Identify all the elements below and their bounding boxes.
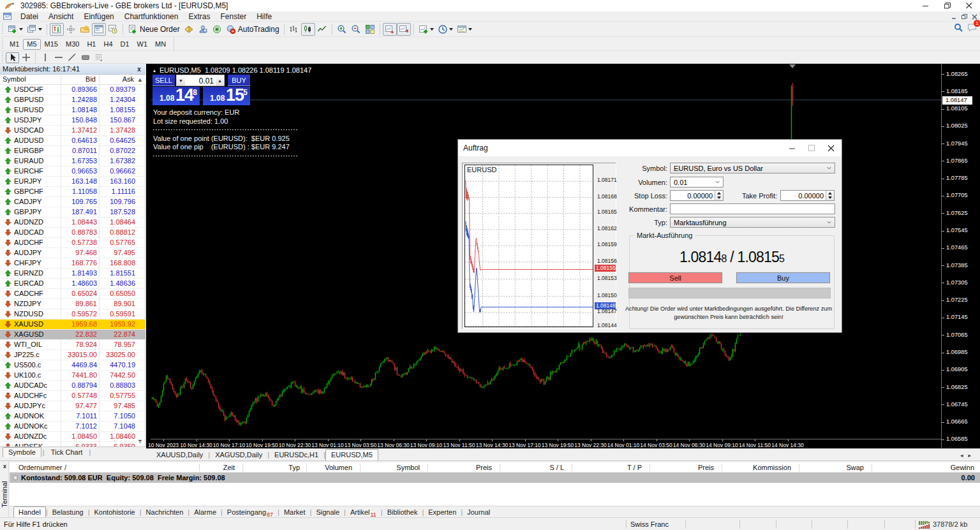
terminal-tab-experten[interactable]: Experten bbox=[424, 507, 461, 518]
timeframe-d1[interactable]: D1 bbox=[117, 39, 133, 50]
auto-scroll-button[interactable] bbox=[383, 23, 397, 36]
column-sl[interactable]: S / L bbox=[481, 464, 564, 471]
market-watch-row[interactable]: AUDNZDc1.084501.08460 bbox=[0, 432, 145, 442]
one-click-sell-button[interactable]: SELL bbox=[152, 75, 175, 86]
periods-button[interactable] bbox=[436, 23, 455, 36]
scroll-up-icon[interactable]: ▲ bbox=[137, 76, 144, 83]
column-symbol[interactable]: Symbol bbox=[3, 75, 26, 83]
time-axis[interactable]: 10 Nov 202310 Nov 14:3010 Nov 17:1010 No… bbox=[151, 439, 941, 448]
column-bid[interactable]: Bid bbox=[57, 75, 96, 83]
terminal-tab-kontohistorie[interactable]: Kontohistorie bbox=[90, 507, 140, 518]
dialog-minimize-button[interactable] bbox=[783, 141, 802, 155]
signals-button[interactable] bbox=[210, 23, 224, 36]
terminal-tab-signale[interactable]: Signale bbox=[311, 507, 344, 518]
column-preis[interactable]: Preis bbox=[631, 464, 714, 471]
dropdown-caret-icon[interactable] bbox=[430, 28, 434, 31]
chart-tab-eurusd-m5[interactable]: EURUSD,M5 bbox=[325, 449, 378, 460]
market-watch-row[interactable]: XAUUSD1959.681959.92 bbox=[0, 320, 145, 330]
chart-shift-button[interactable] bbox=[397, 23, 411, 36]
menu-einfgen[interactable]: Einfügen bbox=[78, 11, 119, 22]
terminal-tab-belastung[interactable]: Belastung bbox=[48, 507, 88, 518]
market-watch-row[interactable]: AUDJPY97.46897.495 bbox=[0, 248, 145, 258]
order-type-select[interactable]: Marktausführung bbox=[670, 217, 835, 228]
expert-advisors-button[interactable] bbox=[196, 23, 210, 36]
terminal-tab-journal[interactable]: Journal bbox=[463, 507, 494, 518]
market-watch-row[interactable]: AUDNOK7.10117.1050 bbox=[0, 411, 145, 422]
chart-tab-eurusdc-h1[interactable]: EURUSDc,H1 bbox=[269, 450, 323, 460]
timeframe-m30[interactable]: M30 bbox=[62, 39, 83, 50]
menu-datei[interactable]: Datei bbox=[15, 11, 43, 22]
timeframes-grip[interactable] bbox=[1, 38, 4, 50]
column-preis[interactable]: Preis bbox=[409, 464, 492, 471]
column-ordernummer[interactable]: Ordernummer bbox=[19, 464, 62, 471]
terminal-tab-nachrichten[interactable]: Nachrichten bbox=[142, 507, 188, 518]
terminal-tab-posteingang[interactable]: Posteingang87 bbox=[223, 507, 278, 518]
market-watch-row[interactable]: NZDJPY89.86189.901 bbox=[0, 299, 145, 309]
autotrading-button[interactable]: AutoTrading bbox=[224, 23, 281, 36]
market-watch-row[interactable]: AUDCHFc0.577480.57755 bbox=[0, 391, 145, 401]
dropdown-caret-icon[interactable] bbox=[468, 28, 472, 31]
new-chart-button[interactable] bbox=[6, 23, 25, 36]
window-restore-button[interactable] bbox=[937, 0, 958, 11]
market-watch-row[interactable]: AUDJPYc97.47797.485 bbox=[0, 401, 145, 411]
menu-extras[interactable]: Extras bbox=[183, 11, 215, 22]
menu-fenster[interactable]: Fenster bbox=[216, 11, 252, 22]
column-kommission[interactable]: Kommission bbox=[708, 464, 791, 471]
market-watch-row[interactable]: EURAUD1.673531.67382 bbox=[0, 156, 145, 166]
terminal-tab-alarme[interactable]: Alarme bbox=[189, 507, 221, 518]
market-watch-row[interactable]: WTI_OIL78.92478.957 bbox=[0, 340, 145, 350]
market-watch-row[interactable]: US500.c4469.844470.19 bbox=[0, 360, 145, 371]
market-watch-row[interactable]: UK100.c7441.807442.50 bbox=[0, 371, 145, 381]
chart-collapse-icon[interactable]: ▴ bbox=[153, 68, 156, 73]
search-icon[interactable] bbox=[954, 23, 963, 34]
chart-tabs-scroll-arrows[interactable]: ◂▸ bbox=[960, 452, 976, 459]
market-watch-row[interactable]: EURNZD1.814931.81551 bbox=[0, 269, 145, 279]
templates-button[interactable] bbox=[455, 23, 474, 36]
market-watch-row[interactable]: AUDCHF0.577380.57765 bbox=[0, 238, 145, 248]
mdi-restore-button[interactable] bbox=[960, 13, 969, 20]
dialog-maximize-button[interactable] bbox=[802, 141, 821, 155]
market-watch-row[interactable]: CADCHF0.650240.65050 bbox=[0, 289, 145, 299]
market-watch-row[interactable]: JP225.c33015.0033025.00 bbox=[0, 350, 145, 360]
tile-windows-button[interactable] bbox=[363, 23, 377, 36]
market-watch-row[interactable]: AUDUSD0.646130.64625 bbox=[0, 136, 145, 146]
trendline-tool-button[interactable] bbox=[65, 52, 78, 63]
terminal-tab-market[interactable]: Market bbox=[279, 507, 310, 518]
timeframe-m5[interactable]: M5 bbox=[23, 39, 40, 50]
column-symbol[interactable]: Symbol bbox=[337, 464, 420, 471]
terminal-close-icon[interactable]: x bbox=[1, 462, 8, 469]
terminal-tab-bibliothek[interactable]: Bibliothek bbox=[383, 507, 422, 518]
market-watch-row[interactable]: EURGBP0.870110.87022 bbox=[0, 146, 145, 156]
terminal-tab-artikel[interactable]: Artikel11 bbox=[346, 507, 381, 518]
symbol-select[interactable]: EURUSD, Euro vs US Dollar bbox=[670, 163, 835, 173]
horizontal-line-tool-button[interactable] bbox=[52, 52, 65, 63]
timeframe-m15[interactable]: M15 bbox=[41, 39, 62, 50]
bar-chart-button[interactable] bbox=[287, 23, 301, 36]
price-axis[interactable]: 1.082651.081851.081051.080251.079451.078… bbox=[941, 64, 980, 448]
market-watch-row[interactable]: USDCHF0.893660.89379 bbox=[0, 85, 145, 95]
chat-icon[interactable]: 1 bbox=[967, 23, 977, 34]
market-watch-tab-tick-chart[interactable]: Tick Chart bbox=[46, 448, 88, 457]
cursor-tool-button[interactable] bbox=[6, 52, 19, 63]
one-click-buy-button[interactable]: BUY bbox=[228, 75, 250, 86]
market-watch-row[interactable]: EURCHF0.966530.96662 bbox=[0, 166, 145, 177]
market-watch-row[interactable]: AUDNZD1.084431.08464 bbox=[0, 217, 145, 228]
timeframe-m1[interactable]: M1 bbox=[6, 39, 23, 50]
spin-up-icon[interactable] bbox=[717, 192, 721, 195]
dropdown-caret-icon[interactable] bbox=[449, 28, 453, 31]
drawbar-grip[interactable] bbox=[1, 52, 4, 63]
market-watch-row[interactable]: GBPUSD1.242881.24304 bbox=[0, 95, 145, 105]
candlestick-chart-button[interactable] bbox=[301, 23, 315, 36]
spin-up-icon[interactable] bbox=[828, 192, 832, 195]
chart-tab-xauusd-daily[interactable]: XAUUSD,Daily bbox=[151, 450, 208, 460]
buy-button[interactable]: Buy bbox=[736, 272, 830, 283]
market-watch-row[interactable]: CADJPY109.765109.796 bbox=[0, 197, 145, 207]
menu-chartfunktionen[interactable]: Chartfunktionen bbox=[119, 11, 184, 22]
mdi-minimize-button[interactable] bbox=[950, 13, 958, 20]
market-watch-row[interactable]: EURJPY163.148163.160 bbox=[0, 177, 145, 187]
market-watch-button[interactable] bbox=[50, 23, 64, 36]
zoom-out-button[interactable] bbox=[349, 23, 363, 36]
market-watch-tab-symbole[interactable]: Symbole bbox=[3, 447, 41, 457]
dropdown-caret-icon[interactable] bbox=[38, 28, 42, 31]
market-watch-row[interactable]: AUDNOKc7.10127.1048 bbox=[0, 422, 145, 432]
